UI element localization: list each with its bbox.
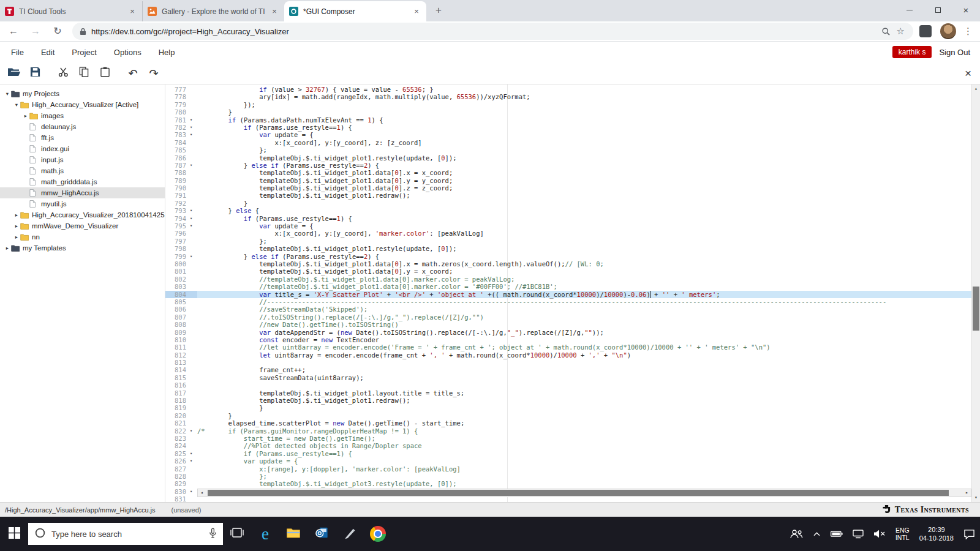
gutter-line-789[interactable]: 789 xyxy=(165,177,197,184)
tree-item-my-projects[interactable]: ▾my Projects xyxy=(0,88,165,99)
tree-item-images[interactable]: ▸images xyxy=(0,110,165,121)
menu-options[interactable]: Options xyxy=(114,48,141,57)
code-line-822[interactable]: /* if (Params.guiMonitor.rangeDopplerHea… xyxy=(197,427,971,435)
save-button[interactable] xyxy=(24,64,45,83)
taskbar-internet-explorer[interactable]: e xyxy=(251,517,279,551)
gutter-line-804[interactable]: 804 xyxy=(165,291,197,298)
menu-project[interactable]: Project xyxy=(72,48,96,57)
forward-button[interactable]: → xyxy=(27,23,44,40)
code-line-829[interactable]: templateObj.$.ti_widget_plot3.restyle(up… xyxy=(197,480,971,487)
code-line-814[interactable]: frame_cnt++; xyxy=(197,366,971,373)
gutter-line-826[interactable]: 826▾ xyxy=(165,457,197,465)
code-line-810[interactable]: const encoder = new TextEncoder xyxy=(197,336,971,343)
gutter-line-800[interactable]: 800 xyxy=(165,260,197,268)
paste-button[interactable] xyxy=(94,64,115,83)
gutter-line-785[interactable]: 785 xyxy=(165,146,197,154)
copy-button[interactable] xyxy=(74,64,94,83)
tree-item-mmwave-demo-visualizer[interactable]: ▸mmWave_Demo_Visualizer xyxy=(0,220,165,231)
tree-item-high-accuracy-visualizer-20181004142510[interactable]: ▸High_Accuracy_Visualizer_20181004142510 xyxy=(0,209,165,220)
horizontal-scrollbar-thumb[interactable] xyxy=(208,490,949,496)
browser-tab-gallery[interactable]: Gallery - Explore the world of TI × xyxy=(142,1,284,21)
code-line-809[interactable]: var dateAppendStr = (new Date().toISOStr… xyxy=(197,329,971,336)
code-line-812[interactable]: let uint8array = encoder.encode(frame_cn… xyxy=(197,351,971,359)
gutter-line-791[interactable]: 791 xyxy=(165,192,197,199)
new-tab-button[interactable]: + xyxy=(430,2,447,20)
code-line-778[interactable]: ary[idx] = math.add(rangeIdx, math.multi… xyxy=(197,93,971,100)
code-line-797[interactable]: }; xyxy=(197,238,971,245)
tray-network-icon[interactable] xyxy=(848,530,869,539)
tree-collapse-icon[interactable]: ▾ xyxy=(4,91,11,97)
gutter-line-814[interactable]: 814 xyxy=(165,366,197,373)
code-line-794[interactable]: if (Params.use_restyle==1) { xyxy=(197,215,971,222)
code-line-790[interactable]: templateObj.$.ti_widget_plot1.data[0].z … xyxy=(197,184,971,192)
gutter-line-794[interactable]: 794▾ xyxy=(165,215,197,222)
gutter-line-798[interactable]: 798 xyxy=(165,245,197,252)
tree-expand-icon[interactable]: ▸ xyxy=(13,223,20,229)
tree-item-math-gridddata-js[interactable]: math_gridddata.js xyxy=(0,176,165,187)
gutter-line-822[interactable]: 822▾ xyxy=(165,427,197,435)
gutter-line-820[interactable]: 820 xyxy=(165,412,197,419)
code-line-791[interactable]: templateObj.$.ti_widget_plot1.redraw(); xyxy=(197,192,971,199)
code-line-801[interactable]: templateObj.$.ti_widget_plot1.data[0].y … xyxy=(197,268,971,275)
gutter-line-786[interactable]: 786 xyxy=(165,154,197,162)
code-line-826[interactable]: var update = { xyxy=(197,457,971,465)
code-line-779[interactable]: }); xyxy=(197,101,971,108)
gutter-line-803[interactable]: 803 xyxy=(165,283,197,290)
gutter-line-829[interactable]: 829 xyxy=(165,480,197,487)
bookmark-star-icon[interactable]: ☆ xyxy=(897,26,905,37)
gutter-line-779[interactable]: 779 xyxy=(165,101,197,108)
code-line-825[interactable]: if (Params.use_restyle==1) { xyxy=(197,450,971,457)
window-minimize-button[interactable] xyxy=(895,0,924,20)
zoom-indicator-icon[interactable] xyxy=(881,27,891,36)
address-bar[interactable]: https://dev.ti.com/gc/#project=High_Accu… xyxy=(72,23,913,40)
fold-icon[interactable]: ▾ xyxy=(186,222,196,230)
gutter-line-781[interactable]: 781▾ xyxy=(165,116,197,124)
gutter-line-799[interactable]: 799▾ xyxy=(165,253,197,260)
gutter-line-821[interactable]: 821 xyxy=(165,419,197,427)
tree-expand-icon[interactable]: ▸ xyxy=(13,234,20,240)
gutter-line-795[interactable]: 795▾ xyxy=(165,222,197,230)
code-line-819[interactable]: } xyxy=(197,404,971,411)
gutter-line-811[interactable]: 811 xyxy=(165,343,197,351)
code-line-816[interactable] xyxy=(197,381,971,389)
gutter-line-809[interactable]: 809 xyxy=(165,329,197,336)
taskbar-chrome[interactable] xyxy=(364,517,392,551)
browser-tab-ti-cloud-tools[interactable]: TI Cloud Tools × xyxy=(0,1,142,21)
task-view-button[interactable] xyxy=(223,517,251,551)
fold-icon[interactable]: ▾ xyxy=(186,253,196,260)
tree-item-fft-js[interactable]: fft.js xyxy=(0,132,165,143)
code-line-805[interactable]: //--------------------------------------… xyxy=(197,298,971,305)
taskbar-file-explorer[interactable] xyxy=(279,517,307,551)
fold-icon[interactable]: ▾ xyxy=(186,457,196,465)
gutter-line-817[interactable]: 817 xyxy=(165,389,197,397)
editor-close-button[interactable]: × xyxy=(965,67,971,80)
gutter-line-790[interactable]: 790 xyxy=(165,184,197,192)
tree-item-myutil-js[interactable]: myutil.js xyxy=(0,198,165,209)
fold-icon[interactable]: ▾ xyxy=(186,162,196,169)
code-line-820[interactable]: } xyxy=(197,412,971,419)
code-line-789[interactable]: templateObj.$.ti_widget_plot1.data[0].y … xyxy=(197,177,971,184)
gutter-line-825[interactable]: 825▾ xyxy=(165,450,197,457)
gutter-line-783[interactable]: 783▾ xyxy=(165,131,197,138)
tree-item-nn[interactable]: ▸nn xyxy=(0,231,165,242)
fold-icon[interactable]: ▾ xyxy=(186,488,196,495)
code-line-777[interactable]: if (value > 32767) { value = value - 655… xyxy=(197,86,971,93)
gutter-line-805[interactable]: 805 xyxy=(165,298,197,305)
vertical-scrollbar[interactable]: ▴ ▾ xyxy=(971,84,980,502)
gutter-line-807[interactable]: 807 xyxy=(165,313,197,321)
code-line-800[interactable]: templateObj.$.ti_widget_plot1.data[0].x … xyxy=(197,260,971,268)
code-line-786[interactable]: templateObj.$.ti_widget_plot1.restyle(up… xyxy=(197,154,971,162)
scroll-right-icon[interactable]: ▸ xyxy=(963,489,971,497)
gutter-line-777[interactable]: 777 xyxy=(165,86,197,93)
scroll-down-icon[interactable]: ▾ xyxy=(972,493,980,502)
cut-button[interactable] xyxy=(53,64,74,83)
taskbar-search[interactable]: Type here to search xyxy=(28,523,223,545)
code-line-784[interactable]: x:[x_coord], y:[y_coord], z: [z_coord] xyxy=(197,139,971,146)
gutter-line-830[interactable]: 830▾ xyxy=(165,488,197,495)
gutter-line-812[interactable]: 812 xyxy=(165,351,197,359)
gutter-line-778[interactable]: 778 xyxy=(165,93,197,100)
code-line-781[interactable]: if (Params.dataPath.numTxElevAnt == 1) { xyxy=(197,116,971,124)
tree-expand-icon[interactable]: ▸ xyxy=(13,212,20,218)
code-line-780[interactable]: } xyxy=(197,108,971,116)
reload-button[interactable]: ↻ xyxy=(49,23,66,40)
